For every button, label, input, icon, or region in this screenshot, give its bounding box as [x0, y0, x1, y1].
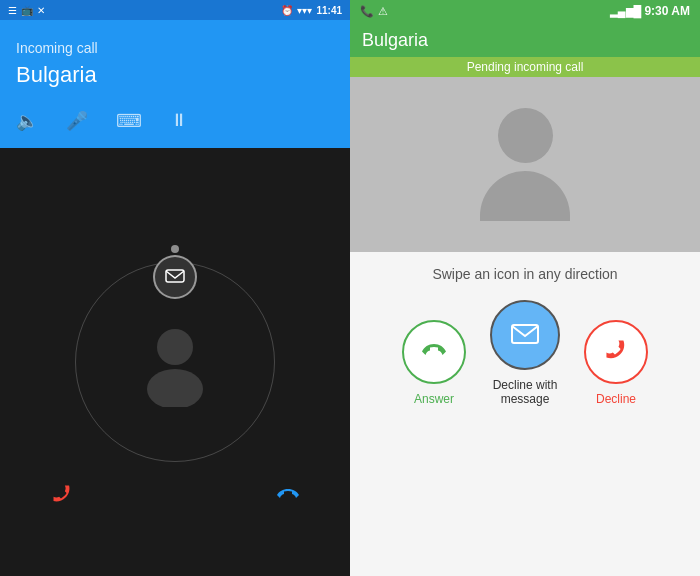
left-panel: ☰ 📺 ✕ ⏰ ▾▾▾ 11:41 Incoming call Bulgaria…: [0, 0, 350, 576]
message-icon: [165, 269, 185, 285]
dialpad-icon[interactable]: ⌨: [116, 110, 142, 132]
avatar-head: [498, 108, 553, 163]
decline-phone-icon: [49, 481, 75, 507]
signal-bars-icon: ▂▄▆█: [610, 5, 642, 18]
svg-rect-2: [166, 270, 184, 282]
right-avatar: [480, 108, 570, 221]
left-status-icon-3: ✕: [37, 5, 45, 16]
answer-phone-icon: [275, 481, 301, 507]
svg-rect-3: [512, 325, 538, 343]
left-caller-name: Bulgaria: [16, 62, 334, 88]
caller-avatar-left: [130, 317, 220, 407]
answer-phone-right-icon: [420, 338, 448, 366]
left-body: [0, 148, 350, 576]
right-status-bar: 📞 ⚠ ▂▄▆█ 9:30 AM: [350, 0, 700, 22]
drag-circle-container: [75, 262, 275, 462]
decline-phone-right-icon: [602, 338, 630, 366]
message-drag-handle: [153, 245, 197, 299]
right-status-right: ▂▄▆█ 9:30 AM: [610, 4, 690, 18]
message-envelope-icon: [511, 324, 539, 346]
decline-message-action[interactable]: Decline with message: [490, 300, 560, 406]
right-caller-name: Bulgaria: [362, 30, 688, 51]
svg-point-0: [157, 329, 193, 365]
left-status-icon-2: 📺: [21, 5, 33, 16]
mute-icon[interactable]: 🎤: [66, 110, 88, 132]
speaker-icon[interactable]: 🔈: [16, 110, 38, 132]
call-controls-row: 🔈 🎤 ⌨ ⏸: [16, 102, 334, 136]
right-caller-bar: Bulgaria: [350, 22, 700, 57]
right-panel: 📞 ⚠ ▂▄▆█ 9:30 AM Bulgaria Pending incomi…: [350, 0, 700, 576]
left-wifi-icon: ▾▾▾: [297, 5, 312, 16]
answer-label: Answer: [414, 392, 454, 406]
phone-status-icon: 📞: [360, 5, 374, 18]
answer-button-left[interactable]: [266, 472, 310, 516]
answer-action[interactable]: Answer: [402, 320, 466, 406]
avatar-body: [480, 171, 570, 221]
left-status-icon-1: ☰: [8, 5, 17, 16]
warning-icon: ⚠: [378, 5, 388, 18]
swipe-circle[interactable]: [75, 262, 275, 462]
message-circle[interactable]: [490, 300, 560, 370]
pending-bar: Pending incoming call: [350, 57, 700, 77]
right-avatar-container: [350, 77, 700, 252]
message-bubble-button[interactable]: [153, 255, 197, 299]
decline-message-label: Decline with message: [493, 378, 558, 406]
left-time: 11:41: [316, 5, 342, 16]
decline-label: Decline: [596, 392, 636, 406]
swipe-instruction: Swipe an icon in any direction: [350, 252, 700, 292]
action-row: Answer Decline with message Decline: [350, 292, 700, 426]
left-header: Incoming call Bulgaria 🔈 🎤 ⌨ ⏸: [0, 20, 350, 148]
right-status-icons: 📞 ⚠: [360, 5, 388, 18]
right-time: 9:30 AM: [644, 4, 690, 18]
answer-circle[interactable]: [402, 320, 466, 384]
svg-point-1: [147, 369, 203, 407]
incoming-call-label: Incoming call: [16, 40, 334, 56]
decline-circle[interactable]: [584, 320, 648, 384]
drag-indicator-dot: [171, 245, 179, 253]
hold-icon[interactable]: ⏸: [170, 110, 188, 132]
left-action-buttons: [0, 472, 350, 516]
left-alarm-icon: ⏰: [281, 5, 293, 16]
decline-action[interactable]: Decline: [584, 320, 648, 406]
decline-button-left[interactable]: [40, 472, 84, 516]
